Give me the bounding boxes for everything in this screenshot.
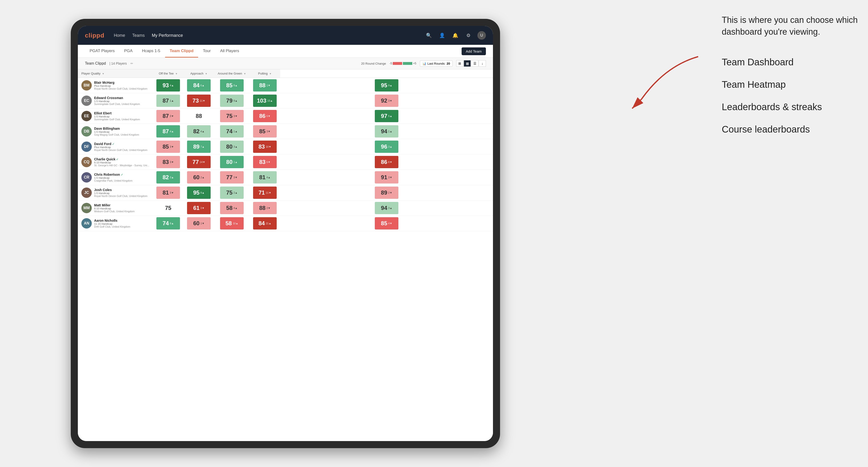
player-hcp: 6-10 Handicap <box>94 161 149 164</box>
player-cell[interactable]: DB Dave Billingham 1-5 Handicap Gog Mago… <box>78 124 153 139</box>
score-box: 88 <box>187 110 211 122</box>
score-off-tee: 77 14▼ <box>184 154 214 170</box>
player-cell[interactable]: AN Aaron Nicholls 11-15 Handicap Drift G… <box>78 216 153 231</box>
subnav-pgat-players[interactable]: PGAT Players <box>85 45 119 58</box>
score-value: 89 <box>381 189 387 196</box>
score-around-green: 86 6▼ <box>250 108 280 124</box>
player-cell[interactable]: DF David Ford✓ Plus Handicap Royal North… <box>78 139 153 154</box>
player-cell[interactable]: MM Matt Miller 6-10 Handicap Woburn Golf… <box>78 200 153 216</box>
player-cell[interactable]: JC Josh Coles 1-5 Handicap Royal North D… <box>78 185 153 200</box>
score-box: 60 2▲ <box>187 171 211 184</box>
score-value: 73 <box>192 97 199 104</box>
player-avatar: CR <box>81 172 92 183</box>
score-box: 58 4▲ <box>220 202 244 214</box>
player-club: Craigmillar Park, United Kingdom <box>94 179 149 182</box>
user-avatar[interactable]: U <box>477 31 486 40</box>
player-club: Royal North Devon Golf Club, United King… <box>94 195 149 197</box>
score-player-quality: 87 1▲ <box>153 93 184 108</box>
user-icon[interactable]: 👤 <box>438 31 446 40</box>
player-info: David Ford✓ Plus Handicap Royal North De… <box>94 142 149 151</box>
player-club: Royal North Devon Golf Club, United King… <box>94 87 149 90</box>
score-box: 71 11▼ <box>253 187 277 199</box>
nav-link-home[interactable]: Home <box>114 33 125 38</box>
last-rounds-button[interactable]: 📊 Last Rounds: 20 <box>420 60 453 67</box>
annotation-item-2: Team Heatmap <box>722 79 859 90</box>
score-value: 85 <box>162 144 169 150</box>
score-box: 88 2▼ <box>253 202 277 214</box>
player-club: Drift Golf Club, United Kingdom <box>94 225 149 228</box>
table-row: DF David Ford✓ Plus Handicap Royal North… <box>78 139 493 154</box>
view-list-button[interactable]: ☰ <box>471 60 478 67</box>
round-change-label: 20 Round Change <box>361 62 386 65</box>
score-value: 80 <box>226 159 232 165</box>
score-value: 96 <box>381 144 387 150</box>
score-putting: 97 5▲ <box>280 108 493 124</box>
player-name: Edward Crossman <box>94 96 149 100</box>
col-around-green[interactable]: Around the Green ▼ <box>214 69 250 78</box>
player-cell[interactable]: BM Blair McHarg Plus Handicap Royal Nort… <box>78 78 153 93</box>
subnav: PGAT Players PGA Hcaps 1-5 Team Clippd T… <box>78 45 493 58</box>
score-value: 58 <box>226 205 232 211</box>
bell-icon[interactable]: 🔔 <box>451 31 460 40</box>
score-box: 84 6▲ <box>187 79 211 92</box>
col-off-tee[interactable]: Off the Tee ▼ <box>153 69 184 78</box>
search-icon[interactable]: 🔍 <box>425 31 433 40</box>
score-box: 77 14▼ <box>187 156 211 168</box>
score-box: 94 1▲ <box>375 125 398 137</box>
player-info: Edward Crossman 1-5 Handicap Sunningdale… <box>94 96 149 105</box>
score-box: 75 <box>156 202 180 214</box>
player-name: Matt Miller <box>94 203 149 207</box>
score-box: 85 3▼ <box>156 141 180 153</box>
score-putting: 95 9▲ <box>280 78 493 93</box>
subnav-team-clippd[interactable]: Team Clippd <box>165 45 198 58</box>
score-box: 89 7▲ <box>187 141 211 153</box>
player-cell[interactable]: CQ Charlie Quick✓ 6-10 Handicap St. Geor… <box>78 154 153 169</box>
col-player-quality[interactable]: Player Quality ▼ <box>78 69 153 78</box>
score-value: 75 <box>226 113 232 119</box>
subnav-all-players[interactable]: All Players <box>215 45 244 58</box>
annotation-intro: This is where you can choose which dashb… <box>722 14 859 38</box>
table-header-row: Player Quality ▼ Off the Tee ▼ Approach … <box>78 69 493 78</box>
view-download-button[interactable]: ↓ <box>479 60 486 67</box>
subnav-hcaps[interactable]: Hcaps 1-5 <box>137 45 165 58</box>
score-player-quality: 82 3▲ <box>153 170 184 185</box>
score-box: 82 3▲ <box>156 171 180 184</box>
score-putting: 91 3▼ <box>280 170 493 185</box>
player-cell[interactable]: CR Chris Robertson✓ 1-5 Handicap Craigmi… <box>78 170 153 185</box>
table-row: CQ Charlie Quick✓ 6-10 Handicap St. Geor… <box>78 154 493 170</box>
edit-icon[interactable]: ✏ <box>130 62 133 65</box>
score-box: 80 1▲ <box>220 156 244 168</box>
score-value: 80 <box>226 144 232 150</box>
score-off-tee: 95 8▲ <box>184 185 214 200</box>
player-cell[interactable]: EC Edward Crossman 1-5 Handicap Sunningd… <box>78 93 153 108</box>
team-count: | 14 Players <box>110 62 127 65</box>
score-box: 85 8▲ <box>220 79 244 92</box>
nav-icons: 🔍 👤 🔔 ⚙ U <box>425 31 486 40</box>
subnav-tour[interactable]: Tour <box>198 45 215 58</box>
subnav-pga[interactable]: PGA <box>119 45 137 58</box>
player-name: Charlie Quick✓ <box>94 157 149 161</box>
score-off-tee: 84 6▲ <box>184 78 214 93</box>
view-heatmap-button[interactable]: ▦ <box>464 60 471 67</box>
player-info: Chris Robertson✓ 1-5 Handicap Craigmilla… <box>94 173 149 182</box>
add-team-button[interactable]: Add Team <box>462 48 486 55</box>
settings-icon[interactable]: ⚙ <box>464 31 473 40</box>
table-row: AN Aaron Nicholls 11-15 Handicap Drift G… <box>78 216 493 231</box>
view-grid-button[interactable]: ⊞ <box>456 60 463 67</box>
player-hcp: Plus Handicap <box>94 85 149 87</box>
score-box: 83 3▼ <box>156 156 180 168</box>
score-value: 83 <box>258 144 265 150</box>
score-approach: 85 8▲ <box>214 78 250 93</box>
nav-link-my-performance[interactable]: My Performance <box>152 33 183 38</box>
player-club: Sunningdale Golf Club, United Kingdom <box>94 118 149 121</box>
annotation-items: Team Dashboard Team Heatmap Leaderboards… <box>722 57 859 135</box>
player-cell[interactable]: EE Elliot Ebert 1-5 Handicap Sunningdale… <box>78 108 153 124</box>
score-box: 86 8▼ <box>375 156 398 168</box>
score-putting: 94 1▲ <box>280 124 493 139</box>
nav-links: Home Teams My Performance <box>114 33 425 38</box>
col-putting[interactable]: Putting ▼ <box>250 69 280 78</box>
score-value: 94 <box>381 128 387 135</box>
nav-link-teams[interactable]: Teams <box>132 33 145 38</box>
col-approach[interactable]: Approach ▼ <box>184 69 214 78</box>
score-off-tee: 88 <box>184 108 214 124</box>
